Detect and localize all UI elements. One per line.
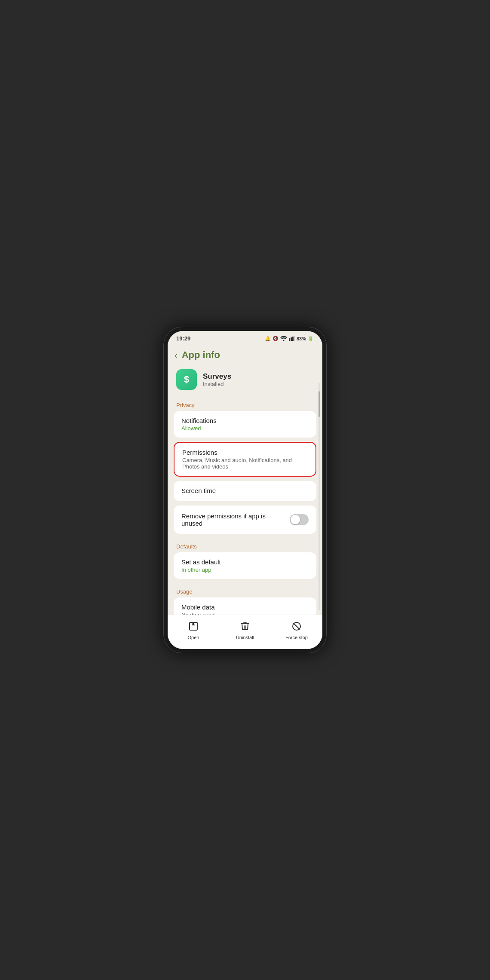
notifications-sub: Allowed (181, 425, 309, 432)
screen-time-card: Screen time (174, 481, 316, 501)
open-label: Open (188, 635, 199, 640)
section-label-defaults: Defaults (168, 538, 322, 552)
svg-rect-3 (292, 337, 294, 341)
app-info-row: $ Surveys Installed (168, 366, 322, 397)
status-icons: 🔔 🔇 83% (265, 336, 314, 342)
svg-rect-2 (291, 337, 292, 341)
back-button[interactable]: ‹ (175, 350, 178, 360)
open-icon (188, 621, 199, 633)
phone-frame: 19:29 🔔 🔇 (163, 327, 327, 653)
uninstall-icon (240, 621, 250, 633)
open-nav-item[interactable]: Open (168, 621, 219, 640)
force-stop-nav-item[interactable]: Force stop (271, 621, 322, 640)
screen-time-item[interactable]: Screen time (174, 481, 316, 501)
page-title: App info (182, 349, 220, 361)
app-status: Installed (203, 381, 231, 387)
screen-time-title: Screen time (181, 487, 309, 494)
app-icon: $ (176, 369, 197, 390)
toggle-knob (291, 515, 300, 524)
wifi-icon (280, 336, 287, 342)
alarm-icon: 🔔 (265, 336, 271, 341)
status-time: 19:29 (176, 335, 190, 342)
notifications-title: Notifications (181, 417, 309, 424)
set-default-item[interactable]: Set as default In other app (174, 552, 316, 579)
scroll-thumb (318, 391, 320, 417)
permissions-card[interactable]: Permissions Camera, Music and audio, Not… (174, 442, 316, 477)
bottom-nav: Open Uninstall (168, 615, 322, 649)
svg-rect-4 (294, 336, 295, 341)
scroll-track (318, 383, 320, 610)
notifications-item[interactable]: Notifications Allowed (174, 411, 316, 438)
phone-screen: 19:29 🔔 🔇 (168, 331, 322, 649)
signal-icon (289, 336, 295, 342)
notifications-card: Notifications Allowed (174, 411, 316, 438)
status-bar: 19:29 🔔 🔇 (168, 331, 322, 343)
set-default-sub: In other app (181, 567, 309, 573)
permissions-sub: Camera, Music and audio, Notifications, … (182, 457, 308, 470)
svg-line-8 (294, 623, 300, 629)
battery-text: 83% (297, 336, 306, 341)
permissions-title: Permissions (182, 449, 308, 456)
remove-permissions-card: Remove permissions if app is unused (174, 505, 316, 534)
section-label-privacy: Privacy (168, 397, 322, 411)
uninstall-label: Uninstall (236, 635, 254, 640)
set-default-title: Set as default (181, 558, 309, 566)
force-stop-label: Force stop (285, 635, 308, 640)
mute-icon: 🔇 (273, 336, 279, 341)
remove-permissions-label: Remove permissions if app is unused (181, 512, 290, 527)
svg-point-0 (283, 340, 284, 341)
uninstall-nav-item[interactable]: Uninstall (219, 621, 271, 640)
battery-icon: 🔋 (308, 336, 314, 341)
section-label-usage: Usage (168, 583, 322, 597)
svg-rect-1 (289, 338, 290, 341)
page-header: ‹ App info (168, 343, 322, 366)
remove-permissions-row: Remove permissions if app is unused (174, 505, 316, 534)
force-stop-icon (291, 621, 302, 633)
defaults-card: Set as default In other app (174, 552, 316, 579)
app-details: Surveys Installed (203, 372, 231, 387)
content-area: ‹ App info $ Surveys Installed Privacy N… (168, 343, 322, 649)
remove-permissions-toggle[interactable] (290, 514, 309, 525)
app-name: Surveys (203, 372, 231, 381)
permissions-item[interactable]: Permissions Camera, Music and audio, Not… (175, 443, 315, 476)
mobile-data-title: Mobile data (181, 603, 309, 611)
